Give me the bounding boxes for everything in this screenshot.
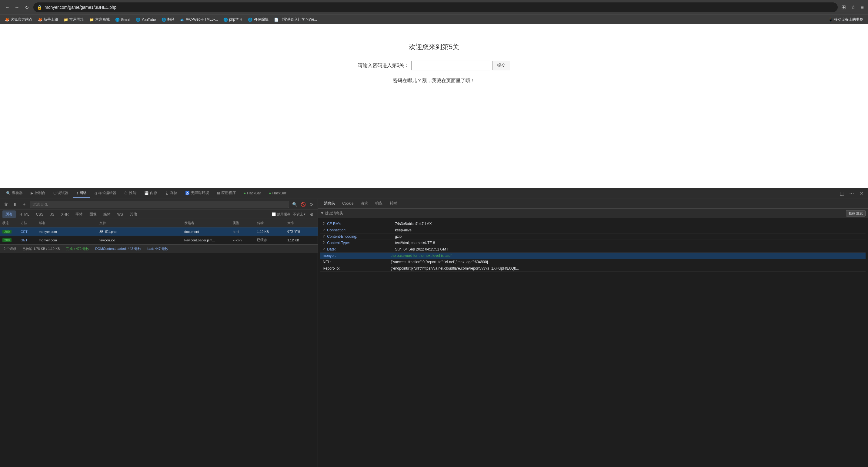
cell-file: favicon.ico (98, 238, 183, 242)
type-font[interactable]: 字体 (72, 210, 86, 218)
url-filter-input[interactable] (30, 201, 289, 208)
type-css[interactable]: CSS (33, 211, 47, 218)
performance-icon: ⏱ (124, 191, 128, 195)
bookmark-php-edit[interactable]: 🌐 PHP编辑 (246, 16, 271, 23)
reload-button[interactable]: ↻ (23, 3, 31, 11)
disable-cache-label: 禁用缓存 (272, 212, 290, 216)
table-row[interactable]: 200 GET monyer.com favicon.ico FaviconLo… (0, 236, 318, 244)
cell-domain: monyer.com (38, 238, 98, 242)
block-icon-btn[interactable]: 🚫 (300, 201, 307, 208)
clear-requests-button[interactable]: 🗑 (2, 201, 10, 208)
type-all[interactable]: 所有 (2, 210, 16, 218)
type-media[interactable]: 媒体 (100, 210, 114, 218)
header-row-nel: NEL: {"success_fraction":0,"report_to":"… (320, 259, 866, 265)
tab-accessibility[interactable]: ♿ 无障碍环境 (182, 188, 213, 198)
bookmark-gmail[interactable]: 🌐 Gmail (113, 17, 133, 23)
help-icon[interactable]: ? (323, 247, 324, 251)
details-tab-headers[interactable]: 消息头 (320, 199, 339, 208)
table-row[interactable]: 200 GET monyer.com 3BHE1.php document ht… (0, 228, 318, 236)
network-table-header: 状态 方法 域名 文件 发起者 类型 传输 大小 (0, 219, 318, 228)
type-xhr[interactable]: XHR (58, 211, 71, 218)
console-icon: ▶ (31, 191, 33, 195)
forward-button[interactable]: → (13, 3, 21, 11)
status-badge: 200 (2, 238, 11, 242)
bookmark-label: 翻译 (167, 17, 175, 22)
tab-style-editor[interactable]: {} 样式编辑器 (91, 188, 120, 198)
jd-icon: 📁 (89, 18, 94, 22)
help-icon[interactable]: ? (323, 228, 324, 232)
bookmark-star-icon[interactable]: ☆ (849, 3, 857, 12)
close-devtools-button[interactable]: ✕ (857, 189, 866, 198)
bookmark-mobile[interactable]: 📱 移动设备上的书签 (826, 16, 866, 23)
bookmark-label: 火狐官方站点 (10, 17, 32, 22)
submit-button[interactable]: 提交 (493, 61, 510, 70)
header-row-monyer: monyer: the password for the next level … (320, 253, 866, 259)
help-icon[interactable]: ? (323, 241, 324, 244)
form-label: 请输入密码进入第6关： (358, 62, 409, 69)
more-icon[interactable]: ⋯ (847, 189, 856, 198)
extensions-icon[interactable]: ⊞ (840, 3, 847, 12)
tab-debugger[interactable]: ⬡ 调试器 (50, 188, 72, 198)
disable-cache-checkbox[interactable] (272, 212, 276, 216)
settings-gear-icon[interactable]: ⚙ (308, 211, 315, 218)
bookmark-youtube[interactable]: 🌐 YouTube (133, 17, 158, 23)
search-icon-btn[interactable]: 🔍 (291, 201, 298, 208)
type-ws[interactable]: WS (114, 211, 126, 218)
bookmark-label: 《零基础入门学习We... (280, 17, 317, 22)
page-content: 欢迎您来到第5关 请输入密码进入第6关： 提交 密码在哪儿？额，我藏在页面里了哦… (0, 24, 868, 188)
bookmark-common[interactable]: 📁 常用网址 (61, 16, 86, 23)
bookmark-web-basics[interactable]: 📄 《零基础入门学习We... (272, 16, 320, 23)
tab-network[interactable]: ↕ 网络 (73, 188, 90, 198)
tab-inspector[interactable]: 🔍 查看器 (2, 188, 26, 198)
tab-memory[interactable]: 💾 内存 (141, 188, 161, 198)
reset-icon-btn[interactable]: ⟳ (308, 201, 315, 208)
security-icon: 🔒 (37, 5, 42, 10)
col-status: 状态 (1, 221, 20, 225)
pause-recording-button[interactable]: ⏸ (11, 201, 19, 208)
hint-text: 密码在哪儿？额，我藏在页面里了哦！ (393, 78, 475, 84)
style-icon: {} (95, 191, 97, 195)
details-tab-request[interactable]: 请求 (357, 199, 372, 208)
col-file: 文件 (98, 221, 183, 225)
type-js[interactable]: JS (47, 211, 57, 218)
details-tab-timing[interactable]: 耗时 (386, 199, 401, 208)
tab-console[interactable]: ▶ 控制台 (27, 188, 49, 198)
header-value-report-to: {"endpoints":[{"url":"https:\/\/a.nel.cl… (391, 266, 863, 270)
col-method: 方法 (20, 221, 38, 225)
tab-storage[interactable]: 🗄 存储 (161, 188, 181, 198)
headers-content: ? CF-RAY: 74s3e8obicn7e47-LAX ? Connecti… (318, 218, 868, 467)
bookmark-translate[interactable]: 🌐 翻译 (159, 16, 177, 23)
details-tab-cookie[interactable]: Cookie (339, 200, 357, 208)
help-icon[interactable]: ? (323, 222, 324, 225)
help-icon[interactable]: ? (323, 234, 324, 238)
browser-chrome: ← → ↻ 🔒 monyer.com/game/game1/3BHE1.php … (0, 0, 868, 24)
tab-hackbar-2[interactable]: ● HackBar (265, 189, 290, 198)
settings-icon[interactable]: ≡ (859, 3, 865, 12)
cell-status: 200 (1, 238, 20, 242)
tab-performance[interactable]: ⏱ 性能 (121, 188, 140, 198)
bookmark-fishc[interactable]: 🐟 鱼C-Web-HTML5-... (178, 16, 220, 23)
network-icon: ↕ (76, 191, 78, 195)
cell-initiator: FaviconLoader.jsm... (183, 238, 231, 242)
bookmark-jd[interactable]: 📁 京东商城 (87, 16, 112, 23)
type-html[interactable]: HTML (17, 211, 32, 218)
expand-icon[interactable]: ⬚ (838, 189, 846, 198)
bookmark-newbie[interactable]: 🦊 新手上路 (35, 16, 61, 23)
bookmark-php-learn[interactable]: 🌐 php学习 (221, 16, 245, 23)
col-initiator: 发起者 (183, 221, 231, 225)
password-input[interactable] (411, 61, 490, 70)
address-bar[interactable]: 🔒 monyer.com/game/game1/3BHE1.php (33, 2, 838, 12)
back-button[interactable]: ← (3, 3, 11, 11)
cell-domain: monyer.com (38, 230, 98, 233)
tab-application[interactable]: ⊞ 应用程序 (213, 188, 240, 198)
tab-hackbar-1[interactable]: ● HackBar (240, 189, 265, 198)
details-tab-response[interactable]: 响应 (372, 199, 386, 208)
type-image[interactable]: 图像 (86, 210, 100, 218)
header-name-encoding: Content-Encoding: (327, 234, 394, 239)
add-filter-button[interactable]: ＋ (21, 201, 28, 208)
type-other[interactable]: 其他 (127, 210, 140, 218)
php-learn-icon: 🌐 (223, 18, 228, 22)
intercept-resend-button[interactable]: 拦截 重发 (846, 210, 866, 216)
bookmark-firefox[interactable]: 🦊 火狐官方站点 (2, 16, 35, 23)
fishc-icon: 🐟 (180, 18, 185, 22)
